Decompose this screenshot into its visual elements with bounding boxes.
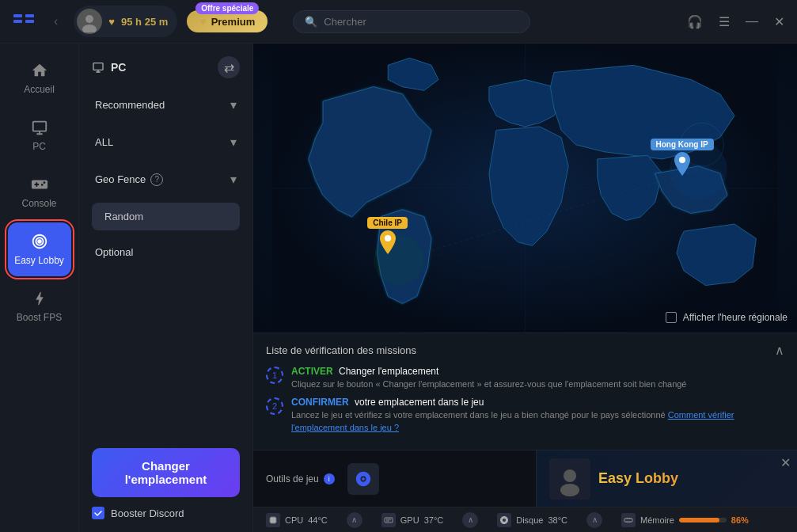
svg-point-17 (564, 469, 576, 482)
status-cpu: CPU 44°C (266, 513, 328, 527)
expand-button-2[interactable]: ∧ (462, 512, 478, 528)
mission-confirm-word-2: CONFIRMER (291, 397, 349, 408)
panel-switch-button[interactable]: ⇄ (218, 56, 240, 78)
panel-title: PC (92, 61, 126, 74)
geo-fence-help-icon[interactable]: ? (150, 173, 163, 186)
svg-point-6 (37, 239, 42, 244)
svg-rect-20 (624, 519, 632, 522)
minimize-icon[interactable]: — (742, 11, 761, 32)
easy-lobby-title: Easy Lobby (598, 470, 784, 487)
user-profile-area[interactable]: ♥ 95 h 25 m (74, 6, 177, 37)
chevron-down-icon: ▾ (230, 97, 237, 112)
svg-rect-0 (13, 14, 22, 17)
expand-button-3[interactable]: ∧ (586, 512, 602, 528)
game-thumbnail (549, 458, 590, 500)
tools-label-text: Outils de jeu (266, 473, 319, 484)
section-all[interactable]: ALL ▾ (92, 128, 240, 156)
memory-label: Mémoire (640, 515, 674, 525)
map-area[interactable]: Chile IP Hong Kong IP Afficher l'heure r… (253, 44, 797, 332)
back-arrow[interactable]: ‹ (47, 11, 64, 32)
tools-bar: Outils de jeu i (253, 450, 536, 507)
sidebar-item-pc[interactable]: PC (8, 108, 71, 162)
search-input[interactable] (324, 16, 518, 28)
disk-icon (497, 513, 511, 527)
close-icon[interactable]: ✕ (771, 11, 788, 32)
section-geo-fence-label: Geo Fence (95, 173, 146, 185)
mission-action-2: CONFIRMER votre emplacement dans le jeu (291, 397, 784, 408)
section-recommended-label: Recommended (95, 99, 165, 111)
show-regional-time-row: Afficher l'heure régionale (666, 312, 788, 323)
change-location-button[interactable]: Changer l'emplacement (92, 448, 240, 497)
mission-content-2: CONFIRMER votre emplacement dans le jeu … (291, 397, 784, 434)
sidebar-label-easy-lobby: Easy Lobby (14, 255, 64, 266)
menu-icon[interactable]: ☰ (715, 11, 733, 32)
mission-desc-1: Cliquez sur le bouton « Changer l'emplac… (291, 378, 784, 390)
svg-point-5 (82, 25, 97, 32)
mission-action-label-1: Changer l'emplacement (339, 366, 438, 377)
mission-item-2: 2 CONFIRMER votre emplacement dans le je… (266, 397, 784, 434)
section-optional-label: Optional (95, 246, 133, 258)
sidebar-item-boost-fps[interactable]: Boost FPS (8, 279, 71, 333)
booster-discord-checkbox[interactable] (92, 507, 104, 519)
mission-action-word-1: ACTIVER (291, 366, 333, 377)
mission-content-1: ACTIVER Changer l'emplacement Cliquez su… (291, 366, 784, 390)
tools-info-icon[interactable]: i (324, 473, 335, 484)
close-overlay-button[interactable]: ✕ (780, 455, 791, 470)
svg-rect-2 (25, 14, 34, 17)
mission-number-2: 2 (266, 397, 283, 415)
gpu-value: 37°C (424, 515, 444, 525)
premium-button[interactable]: Offre spéciale ♥ Premium (187, 10, 268, 32)
cpu-icon (266, 513, 280, 527)
disk-label: Disque (516, 515, 543, 525)
svg-point-15 (679, 157, 685, 163)
chevron-down-icon-geo: ▾ (230, 172, 237, 187)
sidebar-label-boost-fps: Boost FPS (17, 312, 62, 323)
mission-desc-text-2: Lancez le jeu et vérifiez si votre empla… (291, 410, 666, 420)
topbar: ‹ ♥ 95 h 25 m Offre spéciale ♥ Premium 🔍… (0, 0, 797, 44)
heart-icon: ♥ (108, 16, 115, 28)
search-bar[interactable]: 🔍 (293, 10, 530, 33)
search-icon: 🔍 (305, 16, 317, 28)
support-icon[interactable]: 🎧 (684, 11, 706, 32)
memory-bar (679, 518, 727, 522)
random-button[interactable]: Random (92, 203, 240, 230)
regional-time-label: Afficher l'heure régionale (683, 312, 788, 323)
svg-point-14 (385, 235, 391, 241)
missions-title: Liste de vérification des missions (266, 344, 416, 356)
memory-value: 86% (731, 515, 749, 525)
right-area: Chile IP Hong Kong IP Afficher l'heure r… (253, 44, 797, 532)
booster-discord-row: Booster Discord (92, 507, 240, 519)
mission-item-1: 1 ACTIVER Changer l'emplacement Cliquez … (266, 366, 784, 390)
section-recommended[interactable]: Recommended ▾ (92, 91, 240, 119)
main-content: PC ⇄ Recommended ▾ ALL ▾ Geo Fence ? ▾ R… (79, 44, 797, 532)
svg-rect-3 (25, 20, 34, 23)
svg-point-18 (560, 484, 579, 496)
sidebar-label-accueil: Accueil (24, 84, 55, 95)
section-geo-fence[interactable]: Geo Fence ? ▾ (92, 165, 240, 193)
chile-pin-label: Chile IP (367, 217, 408, 229)
sidebar-item-accueil[interactable]: Accueil (8, 51, 71, 105)
app-logo (9, 7, 38, 36)
panel-device-title: PC (111, 61, 126, 74)
sidebar-item-console[interactable]: Console (8, 165, 71, 219)
regional-time-checkbox[interactable] (666, 312, 677, 323)
xp-display: 95 h 25 m (121, 16, 168, 28)
offre-badge: Offre spéciale (195, 2, 259, 14)
tools-disc-icon[interactable] (347, 463, 379, 495)
expand-button[interactable]: ∧ (347, 512, 362, 528)
avatar (77, 9, 102, 34)
missions-collapse-button[interactable]: ∧ (775, 343, 784, 358)
section-all-label: ALL (95, 136, 113, 148)
section-optional[interactable]: Optional (92, 240, 240, 264)
mission-action-label-2: votre emplacement dans le jeu (355, 397, 484, 408)
hongkong-pin[interactable]: Hong Kong IP (651, 139, 714, 176)
cpu-value: 44°C (308, 515, 328, 525)
sidebar-label-console: Console (21, 198, 56, 209)
tools-label: Outils de jeu i (266, 473, 335, 484)
sidebar-item-easy-lobby[interactable]: Easy Lobby (8, 222, 71, 276)
premium-label: Premium (211, 16, 256, 28)
left-panel: PC ⇄ Recommended ▾ ALL ▾ Geo Fence ? ▾ R… (79, 44, 253, 532)
missions-panel: Liste de vérification des missions ∧ 1 A… (253, 332, 797, 450)
chile-pin[interactable]: Chile IP (367, 217, 408, 254)
premium-icon: ♥ (199, 15, 206, 28)
